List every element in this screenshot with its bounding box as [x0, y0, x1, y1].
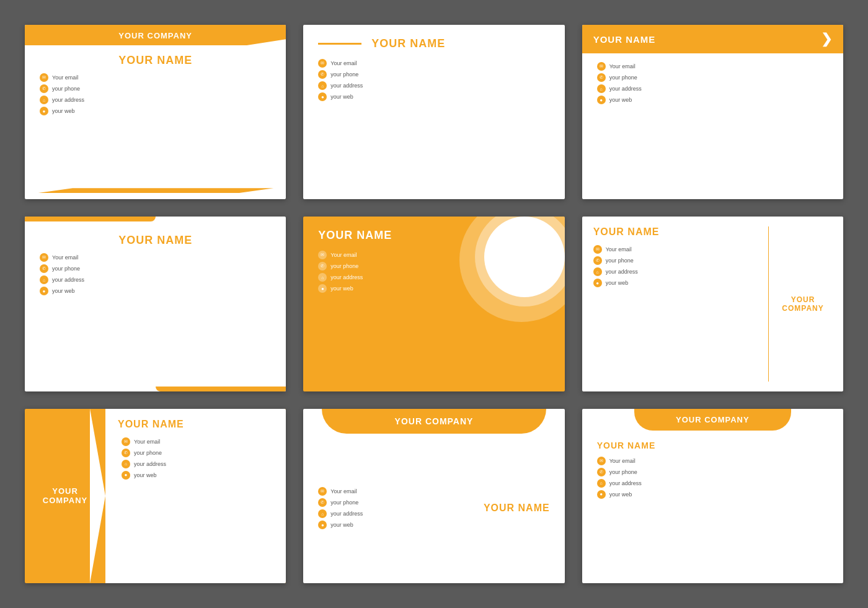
card7-phone: your phone ✆ — [118, 449, 273, 457]
card6-right: YOUR COMPANY — [769, 217, 843, 391]
card7-company: YOUR COMPANY — [37, 486, 93, 505]
email-icon: ✉ — [40, 253, 48, 262]
card3-content: ✉ Your email ✆ your phone ⌂ your address… — [582, 53, 843, 113]
card1-web: ● your web — [40, 107, 271, 115]
card7-address: your address ⌂ — [118, 460, 273, 468]
card8-contacts: ✉ Your email ✆ your phone ⌂ your address… — [318, 487, 471, 529]
web-icon: ● — [318, 92, 327, 101]
card4-name: YOUR NAME — [40, 234, 271, 247]
card2-orange-line — [318, 43, 361, 45]
card6-email: ✉ Your email — [593, 245, 757, 254]
card1-address: ⌂ your address — [40, 96, 271, 104]
card7-email: Your email ✉ — [118, 437, 273, 446]
card5-phone: ✆ your phone — [318, 262, 549, 270]
card9-contacts: ✉ Your email ✆ your phone ⌂ your address… — [597, 457, 828, 499]
card2-contacts: ✉ Your email ✆ your phone ⌂ your address… — [318, 59, 549, 101]
card2-name: YOUR NAME — [371, 37, 445, 50]
card6-web: ● your web — [593, 279, 757, 287]
card8-web: ● your web — [318, 521, 471, 529]
card3-phone: ✆ your phone — [597, 73, 828, 82]
card9-phone: ✆ your phone — [597, 468, 828, 476]
card3-banner: YOUR NAME ❯ — [582, 25, 843, 53]
phone-icon: ✆ — [318, 498, 327, 507]
email-icon: ✉ — [122, 437, 130, 446]
phone-icon: ✆ — [122, 449, 130, 457]
card8-banner: YOUR COMPANY — [322, 409, 546, 434]
phone-icon: ✆ — [597, 468, 606, 476]
card5-email: ✉ Your email — [318, 251, 549, 259]
card6-address: ⌂ your address — [593, 267, 757, 276]
web-icon: ● — [597, 490, 606, 499]
business-card-3: YOUR NAME ❯ ✉ Your email ✆ your phone ⌂ … — [582, 25, 843, 199]
card9-banner: YOUR COMPANY — [634, 409, 791, 431]
card6-company: YOUR COMPANY — [769, 295, 837, 313]
card8-company: YOUR COMPANY — [333, 416, 534, 426]
card1-bottom-bar — [37, 188, 273, 193]
address-icon: ⌂ — [318, 273, 327, 282]
address-icon: ⌂ — [318, 509, 327, 518]
card4-top-bar — [25, 217, 156, 221]
web-icon: ● — [318, 521, 327, 529]
card5-address: ⌂ your address — [318, 273, 549, 282]
card9-address: ⌂ your address — [597, 479, 828, 488]
business-card-5: YOUR NAME ✉ Your email ✆ your phone ⌂ yo… — [303, 217, 564, 391]
card3-email: ✉ Your email — [597, 62, 828, 71]
address-icon: ⌂ — [318, 81, 327, 90]
card9-email: ✉ Your email — [597, 457, 828, 465]
card9-company: YOUR COMPANY — [647, 415, 779, 424]
phone-icon: ✆ — [318, 70, 327, 79]
card8-phone: ✆ your phone — [318, 498, 471, 507]
card4-contacts: ✉ Your email ✆ your phone ⌂ your address… — [40, 253, 271, 295]
phone-icon: ✆ — [318, 262, 327, 270]
card9-left: YOUR NAME ✉ Your email ✆ your phone ⌂ yo… — [597, 440, 828, 499]
web-icon: ● — [593, 279, 602, 287]
card1-banner: YOUR COMPANY — [25, 25, 286, 45]
card1-phone: ✆ your phone — [40, 84, 271, 93]
card3-contacts: ✉ Your email ✆ your phone ⌂ your address… — [597, 62, 828, 104]
phone-icon: ✆ — [597, 73, 606, 82]
card8-right: YOUR NAME — [484, 503, 550, 514]
card2-header: YOUR NAME — [318, 37, 549, 50]
card8-name: YOUR NAME — [484, 503, 550, 514]
card2-address: ⌂ your address — [318, 81, 549, 90]
card4-web: ● your web — [40, 287, 271, 295]
business-card-7: YOUR COMPANY YOUR NAME Your email ✉ your… — [25, 409, 286, 583]
phone-icon: ✆ — [40, 264, 48, 273]
phone-icon: ✆ — [593, 256, 602, 265]
card-grid: YOUR COMPANY YOUR NAME ✉ Your email ✆ yo… — [0, 0, 868, 608]
card1-email: ✉ Your email — [40, 73, 271, 82]
address-icon: ⌂ — [40, 275, 48, 284]
email-icon: ✉ — [40, 73, 48, 82]
address-icon: ⌂ — [40, 96, 48, 104]
address-icon: ⌂ — [597, 479, 606, 488]
card5-content: YOUR NAME ✉ Your email ✆ your phone ⌂ yo… — [303, 217, 564, 305]
business-card-1: YOUR COMPANY YOUR NAME ✉ Your email ✆ yo… — [25, 25, 286, 199]
business-card-6: YOUR NAME ✉ Your email ✆ your phone ⌂ yo… — [582, 217, 843, 391]
card2-email: ✉ Your email — [318, 59, 549, 68]
card2-content: YOUR NAME ✉ Your email ✆ your phone ⌂ yo… — [303, 25, 564, 114]
email-icon: ✉ — [597, 457, 606, 465]
card3-address: ⌂ your address — [597, 84, 828, 93]
card4-content: YOUR NAME ✉ Your email ✆ your phone ⌂ yo… — [25, 228, 286, 304]
phone-icon: ✆ — [40, 84, 48, 93]
address-icon: ⌂ — [122, 460, 130, 468]
card1-name: YOUR NAME — [40, 54, 271, 67]
card7-name: YOUR NAME — [118, 419, 273, 430]
web-icon: ● — [40, 107, 48, 115]
card6-left: YOUR NAME ✉ Your email ✆ your phone ⌂ yo… — [582, 217, 768, 391]
email-icon: ✉ — [597, 62, 606, 71]
address-icon: ⌂ — [593, 267, 602, 276]
email-icon: ✉ — [593, 245, 602, 254]
chevron-icon: ❯ — [821, 32, 832, 46]
card9-name: YOUR NAME — [597, 440, 828, 450]
card5-contacts: ✉ Your email ✆ your phone ⌂ your address… — [318, 251, 549, 293]
card4-email: ✉ Your email — [40, 253, 271, 262]
card1-company: YOUR COMPANY — [36, 31, 275, 40]
card9-content: YOUR NAME ✉ Your email ✆ your phone ⌂ yo… — [582, 437, 843, 507]
card8-content: ✉ Your email ✆ your phone ⌂ your address… — [303, 434, 564, 583]
card7-web: your web ● — [118, 471, 273, 480]
card7-left: YOUR COMPANY — [25, 409, 105, 583]
web-icon: ● — [40, 287, 48, 295]
card2-phone: ✆ your phone — [318, 70, 549, 79]
business-card-2: YOUR NAME ✉ Your email ✆ your phone ⌂ yo… — [303, 25, 564, 199]
